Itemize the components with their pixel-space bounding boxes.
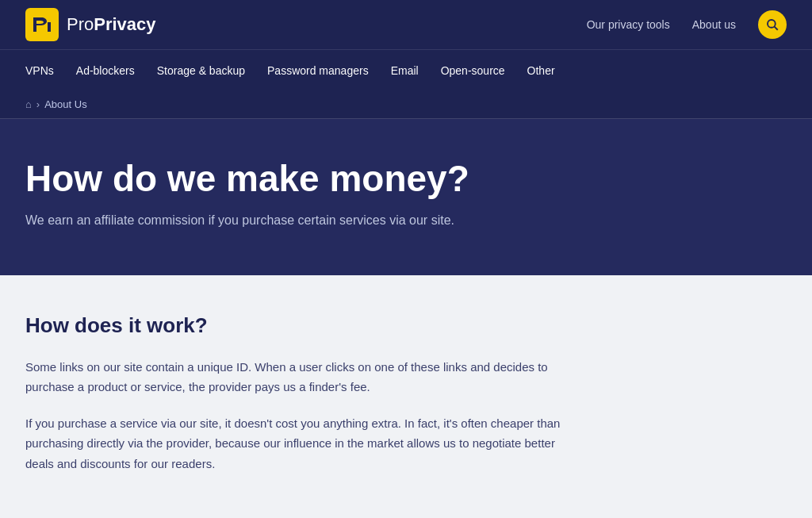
top-bar: ProPrivacy Our privacy tools About us [0,0,812,49]
content-paragraph-1: Some links on our site contain a unique … [25,357,565,397]
nav-bar: VPNs Ad-blockers Storage & backup Passwo… [0,49,812,90]
privacy-tools-link[interactable]: Our privacy tools [587,18,670,31]
nav-storage-backup[interactable]: Storage & backup [146,50,256,91]
hero-heading: How do we make money? [25,159,787,199]
nav-other[interactable]: Other [516,50,566,91]
breadcrumb-about-us: About Us [44,98,86,110]
breadcrumb-separator: › [36,98,40,110]
content-area: How does it work? Some links on our site… [0,275,714,518]
logo-icon [25,8,59,41]
about-us-top-link[interactable]: About us [692,18,736,31]
content-paragraph-2: If you purchase a service via our site, … [25,413,565,474]
nav-vpns[interactable]: VPNs [25,50,65,91]
svg-point-1 [768,20,776,28]
logo[interactable]: ProPrivacy [25,8,156,41]
top-nav: Our privacy tools About us [587,10,787,39]
hero-section: How do we make money? We earn an affilia… [0,119,812,275]
nav-email[interactable]: Email [380,50,430,91]
search-icon [765,17,779,32]
breadcrumb-home-icon[interactable]: ⌂ [25,98,32,110]
nav-ad-blockers[interactable]: Ad-blockers [65,50,146,91]
breadcrumb: ⌂ › About Us [0,90,812,119]
svg-line-2 [775,27,778,30]
search-button[interactable] [758,10,787,39]
nav-open-source[interactable]: Open-source [430,50,516,91]
section-heading: How does it work? [25,313,688,338]
hero-subtext: We earn an affiliate commission if you p… [25,213,469,228]
logo-text: ProPrivacy [67,14,156,35]
nav-password-managers[interactable]: Password managers [256,50,380,91]
